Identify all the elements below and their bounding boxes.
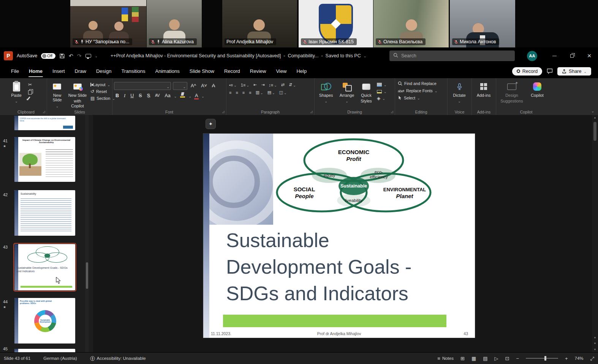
change-case-button[interactable]: Aa xyxy=(163,93,172,99)
numbering-button[interactable] xyxy=(240,82,250,88)
italic-button[interactable]: I xyxy=(122,93,127,99)
tab-home[interactable]: Home xyxy=(24,64,47,78)
autosave-toggle[interactable]: Off xyxy=(41,53,55,59)
slide-40-thumbnail[interactable]: COP26 must accelerate the shift to a glo… xyxy=(14,116,75,130)
slide-42-thumbnail[interactable]: Sustainability xyxy=(14,190,75,236)
format-painter-button[interactable] xyxy=(27,96,34,101)
underline-button[interactable]: U xyxy=(129,93,135,99)
highlight-color-button[interactable] xyxy=(179,92,187,99)
columns-button[interactable] xyxy=(255,90,264,95)
strikethrough-button[interactable]: S xyxy=(137,93,143,99)
tab-transitions[interactable]: Transitions xyxy=(116,64,150,78)
shapes-button[interactable]: Shapes xyxy=(316,80,336,108)
slide-45-thumbnail[interactable] xyxy=(14,349,75,352)
align-left-button[interactable] xyxy=(228,90,233,95)
bullets-button[interactable] xyxy=(228,82,238,88)
slide-44-thumbnail[interactable]: Possible way to deal with global problem… xyxy=(14,298,75,344)
save-icon[interactable] xyxy=(59,53,65,59)
participant-tile[interactable]: Alina Kazurova xyxy=(147,0,202,47)
zoom-out-button[interactable] xyxy=(516,356,519,361)
slide-highlight-bar[interactable] xyxy=(223,315,446,327)
thumbnail-scrollbar-thumb[interactable] xyxy=(86,262,88,289)
restore-button[interactable] xyxy=(563,47,581,64)
font-color-button[interactable]: A xyxy=(193,93,199,99)
arrange-button[interactable]: Arrange xyxy=(337,80,357,108)
present-icon[interactable] xyxy=(85,54,91,58)
tab-slide-show[interactable]: Slide Show xyxy=(185,64,219,78)
fit-slide-to-window-button[interactable] xyxy=(590,356,594,361)
save-status-chevron-icon[interactable] xyxy=(364,53,367,58)
cut-button[interactable] xyxy=(27,82,34,87)
clear-formatting-button[interactable]: A xyxy=(210,83,217,89)
decrease-indent-button[interactable] xyxy=(252,82,258,88)
select-button[interactable]: Select xyxy=(397,95,446,101)
tab-view[interactable]: View xyxy=(271,64,291,78)
replace-fonts-button[interactable]: Replace Fonts xyxy=(397,88,446,93)
participant-tile-active-speaker[interactable]: Prof Andjelka Mihajlov xyxy=(222,0,297,47)
reset-button[interactable]: Reset xyxy=(89,89,111,94)
slide-sorter-view-button[interactable] xyxy=(471,356,476,361)
new-slide-button[interactable]: New Slide xyxy=(49,80,66,108)
next-slide-button[interactable] xyxy=(594,342,596,345)
slide-41-thumbnail[interactable]: Impact of Climate Change on Environmenta… xyxy=(14,137,75,182)
increase-indent-button[interactable] xyxy=(260,82,266,88)
user-avatar[interactable]: AA xyxy=(527,51,537,61)
participant-tile[interactable]: Іван Ярьомін БК-815 xyxy=(299,0,373,47)
search-box[interactable] xyxy=(389,50,515,61)
tab-file[interactable]: File xyxy=(6,64,24,78)
scroll-up-arrow[interactable] xyxy=(594,116,596,119)
reading-view-button[interactable] xyxy=(483,356,487,361)
line-spacing-button[interactable] xyxy=(267,82,278,88)
undo-icon[interactable] xyxy=(69,53,73,59)
copy-button[interactable] xyxy=(27,89,34,95)
tab-animations[interactable]: Animations xyxy=(150,64,185,78)
notes-button[interactable]: Notes xyxy=(437,356,454,361)
section-button[interactable]: Section xyxy=(89,96,111,101)
slide-43-editing-surface[interactable]: ECONOMIC Profit SOCIAL People ENVIRONMEN… xyxy=(203,134,475,338)
comments-icon[interactable] xyxy=(547,68,553,74)
text-direction-button[interactable] xyxy=(280,82,286,88)
zoom-slider-thumb[interactable] xyxy=(544,356,546,361)
minimize-button[interactable] xyxy=(546,47,563,64)
scroll-down-arrow[interactable] xyxy=(594,348,596,351)
shape-outline-button[interactable] xyxy=(376,89,388,94)
align-right-button[interactable] xyxy=(241,90,246,95)
convert-to-smartart-button[interactable] xyxy=(278,90,288,95)
shrink-font-button[interactable]: A˅ xyxy=(199,83,209,89)
search-input[interactable] xyxy=(401,53,511,58)
dictate-button[interactable]: Dictate xyxy=(449,80,470,108)
collapse-ribbon-chevron-icon[interactable] xyxy=(591,107,594,114)
bold-button[interactable]: B xyxy=(114,93,120,99)
tab-review[interactable]: Review xyxy=(245,64,271,78)
thumbnail-scrollbar[interactable] xyxy=(85,115,89,352)
tab-help[interactable]: Help xyxy=(291,64,312,78)
vertical-text-button[interactable] xyxy=(288,82,297,88)
slide-indicator[interactable]: Slide 43 of 61 xyxy=(4,356,30,361)
quick-styles-button[interactable]: Quick Styles xyxy=(358,80,375,108)
normal-view-button[interactable] xyxy=(460,356,465,361)
find-and-replace-button[interactable]: Find and Replace xyxy=(397,81,446,86)
zoom-slider[interactable] xyxy=(526,358,558,359)
justify-button[interactable] xyxy=(248,90,252,95)
scrollbar-thumb[interactable] xyxy=(593,122,596,141)
vertical-scrollbar[interactable] xyxy=(592,115,598,352)
designer-floating-button[interactable] xyxy=(206,119,216,129)
save-status[interactable]: Saved to this PC xyxy=(326,53,361,58)
design-suggestions-button[interactable]: Design Suggestions xyxy=(498,80,526,108)
venn-diagram[interactable]: ECONOMIC Profit SOCIAL People ENVIRONMEN… xyxy=(272,136,436,225)
shape-fill-button[interactable] xyxy=(376,82,388,87)
align-text-button[interactable] xyxy=(266,90,276,95)
previous-slide-button[interactable] xyxy=(594,336,596,339)
tab-design[interactable]: Design xyxy=(91,64,116,78)
font-name-select[interactable] xyxy=(114,82,171,90)
zoom-level[interactable]: 74% xyxy=(575,356,584,361)
font-size-select[interactable] xyxy=(173,82,187,90)
powerpoint-logo[interactable]: P xyxy=(4,51,13,60)
copilot-button[interactable]: Copilot xyxy=(527,80,547,108)
slide-43-thumbnail-selected[interactable]: Sustainable Development Goals - SDGs and… xyxy=(14,244,75,290)
tab-record[interactable]: Record xyxy=(219,64,245,78)
character-spacing-button[interactable]: AV xyxy=(153,93,161,98)
tab-draw[interactable]: Draw xyxy=(70,64,91,78)
grow-font-button[interactable]: A^ xyxy=(189,83,198,89)
shape-effects-button[interactable] xyxy=(376,96,388,101)
